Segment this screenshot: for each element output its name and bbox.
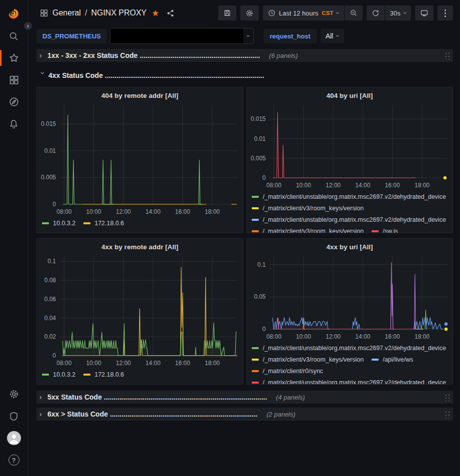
timeseries-chart[interactable]: 00.050.108:0010:0012:0014:0016:0018:00 bbox=[247, 255, 453, 341]
breadcrumb-dashboard-title[interactable]: NGINX PROXY bbox=[91, 8, 146, 17]
panel-title[interactable]: 4xx by uri [All] bbox=[247, 242, 453, 255]
more-options-kebab-icon[interactable] bbox=[438, 5, 453, 20]
legend-series-label: /_matrix/client/unstable/org.matrix.msc2… bbox=[263, 379, 446, 385]
legend-item[interactable]: 10.0.3.2 bbox=[42, 371, 75, 378]
legend-item[interactable]: /api/live/ws bbox=[372, 356, 413, 363]
legend-series-swatch bbox=[252, 230, 259, 232]
panel-404-by-uri-all-: 404 by uri [All]00.0050.010.01508:0010:0… bbox=[246, 87, 453, 233]
refresh-button[interactable] bbox=[367, 5, 385, 20]
legend-series-swatch bbox=[372, 359, 379, 361]
sidebar-item-server-admin[interactable] bbox=[0, 405, 28, 427]
variable-select-ds-prometheus[interactable]: › bbox=[110, 28, 254, 44]
legend-item[interactable]: /_matrix/client/v3/room_keys/version bbox=[252, 228, 364, 234]
row-title: 4xx Status Code bbox=[48, 71, 103, 79]
panel-title[interactable]: 404 by remote addr [All] bbox=[37, 90, 243, 103]
expand-pane-button[interactable]: › bbox=[22, 20, 33, 31]
variable-label-ds-prometheus[interactable]: DS_PROMETHEUS bbox=[36, 29, 107, 43]
svg-text:0.04: 0.04 bbox=[44, 315, 56, 322]
svg-text:12:00: 12:00 bbox=[116, 360, 131, 367]
tv-mode-button[interactable] bbox=[415, 5, 434, 20]
dashboard-toolbar: Last 12 hours CST › 30s › bbox=[218, 5, 453, 20]
row-drag-handle-icon[interactable] bbox=[444, 393, 450, 401]
row-title-dots: ........................................… bbox=[104, 393, 267, 401]
svg-text:10:00: 10:00 bbox=[296, 182, 311, 189]
sidebar-item-explore[interactable] bbox=[0, 91, 28, 113]
legend-series-label: /_matrix/client/unstable/org.matrix.msc2… bbox=[263, 193, 446, 200]
legend-series-swatch bbox=[252, 219, 259, 221]
legend-item[interactable]: 172.18.0.6 bbox=[83, 371, 124, 378]
svg-text:16:00: 16:00 bbox=[175, 360, 190, 367]
legend-series-swatch bbox=[83, 374, 90, 376]
chevron-down-icon: › bbox=[39, 72, 47, 79]
time-range-label: Last 12 hours bbox=[279, 9, 319, 17]
variable-label-request-host[interactable]: request_host bbox=[264, 29, 317, 43]
chevron-down-icon: › bbox=[403, 12, 408, 14]
legend-item[interactable]: /_matrix/client/unstable/org.matrix.msc2… bbox=[252, 216, 446, 223]
variable-select-request-host[interactable]: All › bbox=[321, 29, 344, 43]
legend-item[interactable]: /_matrix/client/unstable/org.matrix.msc2… bbox=[252, 193, 446, 200]
svg-text:14:00: 14:00 bbox=[145, 360, 160, 367]
legend-item[interactable]: /_matrix/client/unstable/org.matrix.msc2… bbox=[252, 345, 446, 352]
row-header-6xx[interactable]: › 6xx > Status Code ....................… bbox=[36, 408, 453, 421]
row-drag-handle-icon[interactable] bbox=[444, 410, 450, 418]
legend-item[interactable]: 172.18.0.6 bbox=[83, 220, 124, 227]
legend-item[interactable]: /sw.js bbox=[372, 228, 398, 234]
legend-series-label: /_matrix/client/v3/room_keys/version bbox=[263, 228, 364, 234]
top-navigation: General / NGINX PROXY ★ Last 12 hours CS… bbox=[28, 0, 460, 26]
legend-item[interactable]: /_matrix/client/v3/room_keys/version bbox=[252, 205, 364, 212]
panel-4xx-by-uri-all-: 4xx by uri [All]00.050.108:0010:0012:001… bbox=[246, 238, 453, 385]
favorite-star-icon[interactable]: ★ bbox=[152, 8, 159, 18]
svg-text:12:00: 12:00 bbox=[326, 333, 341, 340]
time-range-picker[interactable]: Last 12 hours CST › bbox=[263, 5, 344, 20]
svg-text:10:00: 10:00 bbox=[86, 208, 101, 215]
sidebar-item-alerting[interactable] bbox=[0, 113, 28, 135]
svg-text:14:00: 14:00 bbox=[355, 182, 370, 189]
chevron-down-icon: › bbox=[335, 35, 340, 37]
sidebar-item-configuration[interactable] bbox=[0, 383, 28, 405]
chevron-right-icon: › bbox=[39, 51, 47, 59]
svg-text:0.08: 0.08 bbox=[44, 277, 56, 284]
svg-text:0: 0 bbox=[52, 352, 56, 359]
legend-series-swatch bbox=[42, 222, 49, 224]
legend-item[interactable]: 10.0.3.2 bbox=[42, 220, 75, 227]
svg-text:12:00: 12:00 bbox=[116, 208, 131, 215]
sidebar-item-dashboards[interactable] bbox=[0, 69, 28, 91]
zoom-out-time-button[interactable] bbox=[344, 5, 363, 20]
panel-legend: /_matrix/client/unstable/org.matrix.msc2… bbox=[247, 341, 453, 385]
timeseries-chart[interactable]: 00.0050.010.01508:0010:0012:0014:0016:00… bbox=[247, 103, 453, 190]
panel-legend: 10.0.3.2172.18.0.6 bbox=[37, 216, 243, 229]
avatar[interactable] bbox=[0, 427, 28, 449]
timeseries-chart[interactable]: 00.020.040.060.080.108:0010:0012:0014:00… bbox=[37, 255, 243, 368]
legend-item[interactable]: /_matrix/client/unstable/org.matrix.msc2… bbox=[252, 379, 446, 385]
row-header-4xx[interactable]: › 4xx Status Code ......................… bbox=[36, 68, 453, 83]
legend-item[interactable]: /_matrix/client/v3/room_keys/version bbox=[252, 356, 364, 363]
timeseries-chart[interactable]: 00.0050.010.01508:0010:0012:0014:0016:00… bbox=[37, 103, 243, 216]
breadcrumb-folder[interactable]: General bbox=[52, 8, 81, 17]
timezone-label: CST bbox=[322, 10, 333, 16]
svg-text:16:00: 16:00 bbox=[385, 333, 400, 340]
panel-title[interactable]: 4xx by remote addr [All] bbox=[37, 242, 243, 255]
svg-text:18:00: 18:00 bbox=[205, 208, 220, 215]
legend-series-label: /_matrix/client/r0/sync bbox=[263, 368, 323, 375]
chevron-right-icon: › bbox=[39, 410, 47, 418]
dashboard-settings-button[interactable] bbox=[240, 5, 259, 20]
panel-title[interactable]: 404 by uri [All] bbox=[247, 90, 453, 103]
row-header-5xx[interactable]: › 5xx Status Code ......................… bbox=[36, 391, 453, 404]
svg-text:10:00: 10:00 bbox=[86, 360, 101, 367]
chevron-down-icon: › bbox=[246, 35, 251, 37]
variable-value-redacted bbox=[110, 28, 243, 43]
panel-legend: /_matrix/client/unstable/org.matrix.msc2… bbox=[247, 190, 453, 233]
row-title: 6xx > Status Code bbox=[47, 410, 108, 418]
svg-text:18:00: 18:00 bbox=[205, 360, 220, 367]
row-drag-handle-icon[interactable] bbox=[444, 51, 450, 59]
row-title-dots: ........................................… bbox=[110, 410, 258, 418]
legend-item[interactable]: /_matrix/client/r0/sync bbox=[252, 368, 323, 375]
row-header-1xx-3xx-2xx[interactable]: › 1xx - 3xx - 2xx Status Code ..........… bbox=[36, 49, 453, 62]
sidebar-item-starred[interactable] bbox=[0, 47, 28, 69]
help-icon[interactable]: ? bbox=[0, 449, 28, 471]
dashboard-variables-bar: DS_PROMETHEUS › request_host All › bbox=[28, 26, 460, 49]
save-dashboard-button[interactable] bbox=[218, 5, 236, 20]
share-icon[interactable] bbox=[166, 9, 175, 17]
svg-text:0.01: 0.01 bbox=[254, 135, 266, 142]
refresh-interval-picker[interactable]: 30s › bbox=[385, 5, 411, 20]
